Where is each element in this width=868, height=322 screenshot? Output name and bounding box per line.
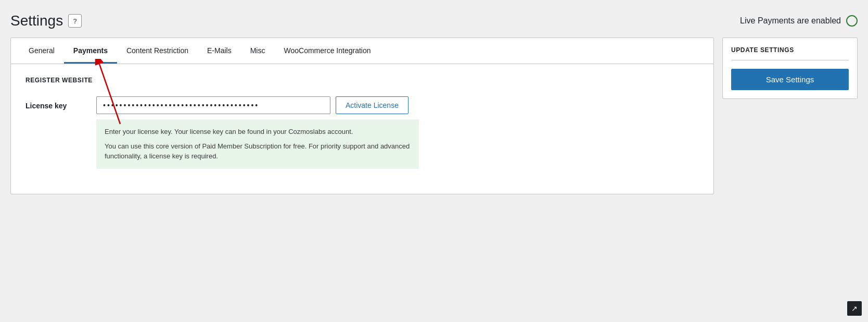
right-panel: UPDATE SETTINGS Save Settings [722,38,858,99]
header-left: Settings ? [10,13,82,29]
tab-emails[interactable]: E-Mails [198,38,241,64]
info-line-2: You can use this core version of Paid Me… [105,141,411,162]
license-info-box: Enter your license key. Your license key… [96,119,419,169]
live-payments-text: Live Payments are enabled [740,16,841,26]
license-key-row: License key Activate License Enter your … [25,96,699,169]
main-content: General Payments Content Restriction E-M… [10,38,858,194]
tab-general[interactable]: General [19,38,64,64]
license-key-label: License key [25,96,88,110]
update-settings-title: UPDATE SETTINGS [731,46,849,60]
live-payments-status: Live Payments are enabled [740,15,858,27]
tab-content-area: REGISTER WEBSITE License key Activate Li… [11,64,713,194]
license-key-input[interactable] [96,96,330,114]
tabs-nav: General Payments Content Restriction E-M… [11,38,713,64]
license-input-row: Activate License [96,96,699,114]
tab-misc[interactable]: Misc [241,38,275,64]
live-payments-circle-icon [846,15,858,27]
tab-woocommerce[interactable]: WooCommerce Integration [274,38,380,64]
activate-license-button[interactable]: Activate License [336,96,409,114]
tab-payments[interactable]: Payments [64,38,117,64]
page-title: Settings [10,13,63,29]
help-icon-button[interactable]: ? [68,14,82,28]
tab-content-restriction[interactable]: Content Restriction [117,38,198,64]
section-title: REGISTER WEBSITE [25,77,699,84]
corner-expand-icon[interactable]: ↗ [847,301,862,316]
page-header: Settings ? Live Payments are enabled [10,8,858,31]
license-inputs: Activate License Enter your license key.… [96,96,699,169]
save-settings-button[interactable]: Save Settings [731,69,849,90]
question-mark-icon: ? [73,17,77,25]
info-line-1: Enter your license key. Your license key… [105,127,411,137]
left-panel: General Payments Content Restriction E-M… [10,38,714,194]
